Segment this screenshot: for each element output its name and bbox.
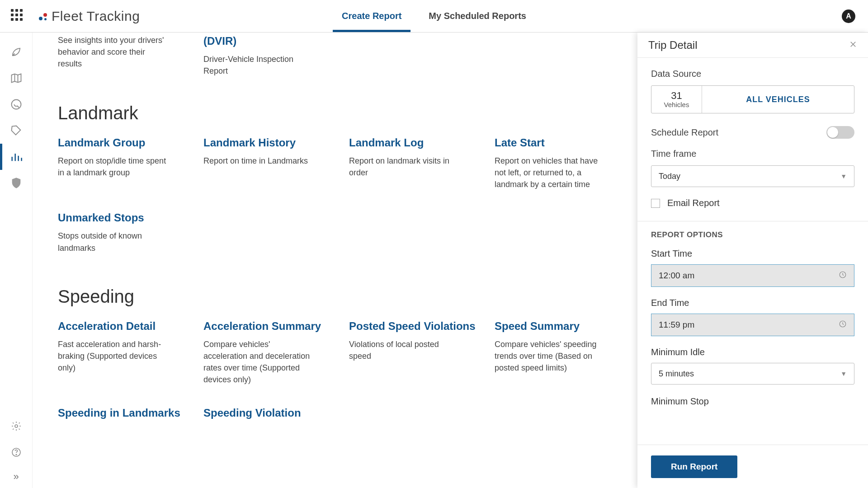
end-time-input[interactable]: 11:59 pm: [651, 314, 854, 336]
start-time-label: Start Time: [651, 249, 854, 259]
card-title: Landmark Log: [349, 136, 476, 150]
timeframe-select[interactable]: Today ▼: [651, 165, 854, 187]
landmark-grid: Landmark Group Report on stop/idle time …: [58, 136, 619, 253]
section-title-speeding: Speeding: [58, 286, 619, 307]
partial-top-row: See insights into your drivers' behavior…: [58, 33, 619, 77]
nav-expand[interactable]: »: [13, 465, 19, 488]
nav-admin[interactable]: [0, 170, 33, 196]
card-speed-summary[interactable]: Speed Summary Compare vehicles' speeding…: [495, 319, 621, 385]
card-title: Landmark Group: [58, 136, 184, 150]
card-dvir-partial[interactable]: (DVIR) Driver-Vehicle Inspection Report: [203, 34, 330, 77]
end-time-label: End Time: [651, 298, 854, 308]
nav-wrench[interactable]: [0, 91, 33, 117]
card-title: Acceleration Detail: [58, 319, 184, 333]
card-driver-behavior-partial[interactable]: See insights into your drivers' behavior…: [58, 34, 184, 77]
side-panel-body[interactable]: Data Source 31 Vehicles ALL VEHICLES Sch…: [637, 58, 868, 445]
svg-point-3: [16, 454, 17, 455]
side-panel-title: Trip Detail: [648, 39, 697, 52]
card-title: Late Start: [495, 136, 621, 150]
card-speeding-violation[interactable]: Speeding Violation: [203, 406, 330, 420]
schedule-report-toggle[interactable]: [826, 126, 854, 139]
minimum-idle-label: Minimum Idle: [651, 347, 854, 357]
app-title: Fleet Tracking: [52, 9, 140, 24]
apps-menu-button[interactable]: [11, 9, 25, 23]
data-source-label: Data Source: [651, 69, 854, 79]
card-posted-speed-violations[interactable]: Posted Speed Violations Violations of lo…: [349, 319, 476, 385]
map-icon: [10, 72, 23, 84]
card-desc: Compare vehicles' acceleration and decel…: [203, 338, 312, 385]
wrench-icon: [10, 98, 23, 111]
card-late-start[interactable]: Late Start Report on vehicles that have …: [495, 136, 621, 190]
chevron-down-icon: ▼: [840, 173, 847, 180]
side-panel: Trip Detail Data Source 31 Vehicles ALL …: [637, 33, 868, 488]
vehicle-count-box: 31 Vehicles: [651, 86, 702, 113]
card-landmark-log[interactable]: Landmark Log Report on landmark visits i…: [349, 136, 476, 190]
email-report-checkbox[interactable]: [651, 199, 660, 208]
card-desc: Fast acceleration and harsh-braking (Sup…: [58, 338, 166, 374]
clock-icon: [839, 271, 847, 281]
card-landmark-history[interactable]: Landmark History Report on time in Landm…: [203, 136, 330, 190]
help-icon: [11, 447, 22, 458]
main-content: See insights into your drivers' behavior…: [33, 33, 637, 488]
card-desc: Stops outside of known landmarks: [58, 230, 166, 253]
nav-map[interactable]: [0, 65, 33, 91]
card-title: Unmarked Stops: [58, 211, 184, 225]
side-panel-header: Trip Detail: [637, 33, 868, 58]
start-time-value: 12:00 am: [659, 271, 694, 281]
card-title: (DVIR): [203, 34, 330, 48]
card-title: Speed Summary: [495, 319, 621, 333]
nav-help[interactable]: [0, 439, 33, 465]
email-report-row: Email Report: [651, 198, 854, 221]
minimum-idle-value: 5 minutes: [659, 369, 694, 379]
card-desc: Driver-Vehicle Inspection Report: [203, 53, 312, 77]
card-speeding-in-landmarks[interactable]: Speeding in Landmarks: [58, 406, 184, 420]
card-desc: See insights into your drivers' behavior…: [58, 34, 166, 70]
close-button[interactable]: [849, 39, 857, 51]
left-nav-rail: »: [0, 33, 33, 488]
top-bar: Fleet Tracking Create Report My Schedule…: [0, 0, 868, 33]
timeframe-value: Today: [659, 172, 680, 181]
card-desc: Report on landmark visits in order: [349, 155, 458, 178]
card-desc: Report on vehicles that have not left, o…: [495, 155, 603, 190]
card-unmarked-stops[interactable]: Unmarked Stops Stops outside of known la…: [58, 211, 184, 253]
shield-icon: [10, 177, 23, 189]
speeding-grid: Acceleration Detail Fast acceleration an…: [58, 319, 619, 420]
all-vehicles-button[interactable]: ALL VEHICLES: [702, 86, 854, 113]
section-title-landmark: Landmark: [58, 103, 619, 123]
avatar[interactable]: A: [842, 9, 855, 23]
card-title: Speeding Violation: [203, 406, 330, 420]
card-acceleration-detail[interactable]: Acceleration Detail Fast acceleration an…: [58, 319, 184, 385]
card-title: Landmark History: [203, 136, 330, 150]
card-title: Speeding in Landmarks: [58, 406, 184, 420]
card-title: Posted Speed Violations: [349, 319, 476, 333]
svg-point-1: [15, 425, 18, 427]
email-report-label: Email Report: [667, 198, 720, 208]
data-source-selector: 31 Vehicles ALL VEHICLES: [651, 85, 854, 113]
logo-icon: [38, 11, 48, 21]
run-report-button[interactable]: Run Report: [651, 455, 737, 478]
nav-rocket[interactable]: [0, 39, 33, 65]
start-time-input[interactable]: 12:00 am: [651, 264, 854, 287]
schedule-report-row: Schedule Report: [651, 126, 854, 139]
gear-icon: [11, 421, 22, 432]
app-logo: Fleet Tracking: [38, 9, 140, 24]
bar-chart-icon: [10, 150, 23, 163]
nav-reports[interactable]: [0, 144, 33, 170]
vehicle-count-label: Vehicles: [664, 101, 689, 108]
timeframe-label: Time frame: [651, 149, 854, 159]
card-acceleration-summary[interactable]: Acceleration Summary Compare vehicles' a…: [203, 319, 330, 385]
card-desc: Report on time in Landmarks: [203, 155, 312, 167]
card-title: Acceleration Summary: [203, 319, 330, 333]
rocket-icon: [10, 46, 23, 58]
nav-tag[interactable]: [0, 117, 33, 144]
tab-create-report[interactable]: Create Report: [342, 0, 401, 32]
svg-point-0: [11, 100, 21, 109]
nav-settings[interactable]: [0, 413, 33, 439]
minimum-idle-select[interactable]: 5 minutes ▼: [651, 363, 854, 385]
end-time-value: 11:59 pm: [659, 320, 694, 330]
card-landmark-group[interactable]: Landmark Group Report on stop/idle time …: [58, 136, 184, 190]
minimum-stop-label: Minimum Stop: [651, 396, 854, 407]
tag-icon: [10, 124, 23, 137]
top-tabs: Create Report My Scheduled Reports: [342, 0, 526, 32]
tab-scheduled-reports[interactable]: My Scheduled Reports: [429, 0, 526, 32]
